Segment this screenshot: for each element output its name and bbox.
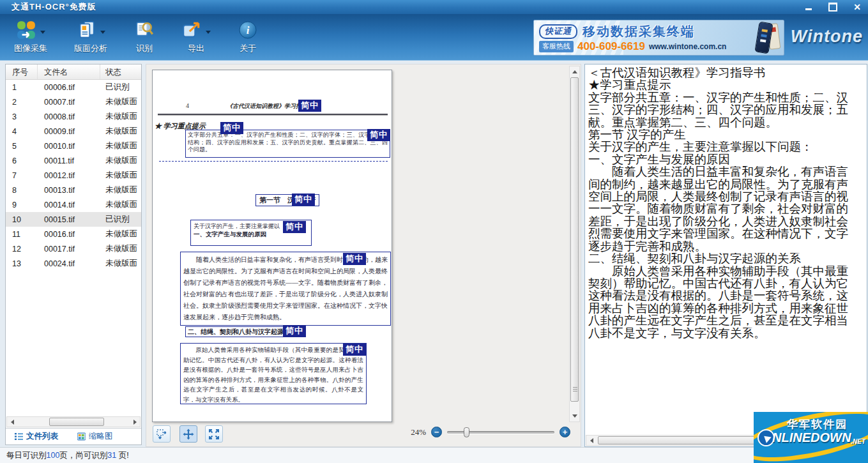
column-header-index[interactable]: 序号	[6, 65, 38, 79]
row-index: 3	[6, 112, 38, 121]
table-row[interactable]: 200007.tif未做版面	[6, 95, 141, 109]
zoom-slider-thumb[interactable]	[464, 427, 469, 437]
recognized-text-line: 三、汉字的字形结构；四、汉字的应用和发展；五	[588, 104, 865, 116]
table-row[interactable]: 100006.tif已识别	[6, 80, 141, 95]
file-name: 00014.tif	[38, 201, 100, 209]
recognized-text-line: 八卦不是文字，与文字没有关系。	[588, 328, 865, 340]
ocr-zone-language-badge: 简中	[283, 221, 306, 233]
file-list-hscrollbar[interactable]	[6, 416, 141, 427]
file-status: 未做版面	[100, 155, 141, 166]
row-index: 2	[6, 98, 38, 107]
onlinedown-watermark: 华军软件园 NLINEDOWN .NET	[754, 412, 868, 463]
page-number: 4	[186, 102, 189, 109]
file-status: 未做版面	[100, 199, 141, 210]
recognize-button[interactable]: 识别	[130, 18, 158, 56]
file-name: 00017.tif	[38, 245, 100, 254]
file-name: 00016.tif	[38, 230, 100, 239]
column-header-filename[interactable]: 文件名	[38, 65, 100, 79]
column-header-status[interactable]: 状态	[100, 65, 141, 79]
row-index: 11	[6, 230, 38, 239]
pan-tool-button[interactable]	[179, 425, 197, 443]
zoom-in-button[interactable]: +	[560, 427, 570, 437]
file-name: 00011.tif	[38, 156, 100, 165]
left-panel-tabbar: 文件列表 缩略图	[6, 428, 141, 444]
ocr-zone-language-badge: 简中	[292, 194, 315, 206]
about-button[interactable]: i 关于	[234, 18, 262, 56]
table-row[interactable]: 1300024.tif未做版面	[6, 256, 141, 271]
chevron-down-icon[interactable]	[206, 31, 211, 34]
brand-logo: 快证通	[539, 24, 577, 39]
scroll-up-icon[interactable]	[570, 67, 579, 77]
recognized-text-line: ★学习重点提示	[588, 79, 865, 91]
scroll-left-icon[interactable]	[586, 436, 597, 445]
status-text: 每日可识别100页，尚可识别31 页!	[6, 450, 129, 461]
table-row[interactable]: 400009.tif未做版面	[6, 124, 141, 139]
zoom-out-button[interactable]: −	[431, 427, 442, 437]
table-row[interactable]: 1000015.tif已识别	[6, 212, 141, 227]
recognized-text-line: ＜古代汉语知识教程》学习指导书	[588, 67, 865, 79]
scroll-down-icon[interactable]	[570, 411, 579, 421]
scroll-left-icon[interactable]	[7, 417, 17, 427]
recognized-text-line: 献。重点掌握第二、三、四个问题。	[588, 117, 865, 129]
file-name: 00013.tif	[38, 186, 100, 195]
website-url: www.wintone.com.cn	[649, 42, 727, 51]
row-index: 10	[6, 215, 38, 224]
image-capture-button[interactable]: 图像采集	[10, 18, 51, 56]
watermark-en-text: NLINEDOWN .NET	[758, 429, 865, 446]
file-name: 00008.tif	[38, 112, 100, 121]
zoom-slider[interactable]	[447, 431, 554, 434]
table-row[interactable]: 800013.tif未做版面	[6, 183, 141, 197]
chevron-down-icon[interactable]	[100, 31, 105, 34]
row-index: 1	[6, 83, 38, 92]
scroll-right-icon[interactable]	[130, 417, 140, 427]
zoom-control: 24% − +	[411, 427, 570, 437]
file-name: 00006.tif	[38, 83, 100, 92]
minimize-icon[interactable]	[804, 3, 813, 11]
recognized-text-line: 契刻）帮助记忆。中国古代还有八卦，有人认为它	[588, 278, 865, 290]
table-row[interactable]: 900014.tif未做版面	[6, 197, 141, 212]
remaining-quota-value: 31	[107, 451, 116, 460]
ocr-zone-language-badge: 简中	[220, 122, 243, 134]
recognized-text-line: 间的制约，越来越显出它的局限性。为了克服有声	[588, 179, 865, 191]
file-status: 已识别	[100, 82, 141, 93]
tab-file-list[interactable]: 文件列表	[15, 431, 58, 442]
tab-file-list-label: 文件列表	[26, 431, 58, 442]
ocr-zone-para4[interactable]: 原始人类曾采用各种实物辅助手段（其中最重要的是契刻）帮助记忆。中国古代还有八卦，…	[180, 343, 367, 404]
table-row[interactable]: 1200017.tif未做版面	[6, 241, 141, 256]
recognized-text-panel: ＜古代汉语知识教程》学习指导书★学习重点提示文字部分共五章：一、汉字的产生和性质…	[584, 64, 867, 447]
table-row[interactable]: 600011.tif未做版面	[6, 153, 141, 168]
daily-quota-value: 100	[47, 451, 60, 460]
select-region-icon	[156, 429, 167, 440]
vscroll-thumb[interactable]	[570, 77, 579, 402]
tab-thumbnails-label: 缩略图	[89, 431, 113, 442]
close-icon[interactable]: ✕	[853, 3, 862, 11]
table-row[interactable]: 1100016.tif未做版面	[6, 227, 141, 241]
ocr-zone-language-badge: 简中	[367, 129, 390, 141]
image-capture-label: 图像采集	[14, 43, 47, 54]
layout-analysis-icon	[76, 20, 96, 40]
preview-vscrollbar[interactable]	[569, 66, 580, 422]
select-region-button[interactable]	[153, 425, 171, 443]
file-status: 已识别	[100, 214, 141, 225]
fit-to-window-button[interactable]	[205, 425, 223, 443]
app-window: 文通TH-OCR°免费版 ✕ 图像采集	[0, 0, 868, 463]
table-row[interactable]: 500010.tif未做版面	[6, 139, 141, 153]
image-capture-icon	[16, 20, 36, 40]
export-button[interactable]: 导出	[178, 18, 215, 56]
tab-thumbnails[interactable]: 缩略图	[77, 431, 113, 442]
file-name: 00015.tif	[38, 215, 100, 224]
row-index: 6	[6, 156, 38, 165]
layout-analysis-button[interactable]: 版面分析	[70, 18, 111, 56]
table-row[interactable]: 300008.tif未做版面	[6, 109, 141, 124]
chevron-down-icon[interactable]	[40, 31, 45, 34]
file-list-rows: 100006.tif已识别200007.tif未做版面300008.tif未做版…	[6, 80, 141, 271]
hscroll-thumb[interactable]	[49, 418, 104, 426]
recognized-text-area[interactable]: ＜古代汉语知识教程》学习指导书★学习重点提示文字部分共五章：一、汉字的产生和性质…	[588, 67, 865, 432]
maximize-icon[interactable]	[828, 3, 837, 11]
ocr-zone-para1[interactable]: 文字部分共五章：一、汉字的产生和性质；二、汉字的字体；三、汉字的字形结构；四、汉…	[185, 130, 390, 158]
thumbnails-icon	[77, 432, 86, 441]
file-status: 未做版面	[100, 229, 141, 239]
export-icon	[181, 20, 202, 40]
about-label: 关于	[240, 43, 256, 54]
table-row[interactable]: 700012.tif未做版面	[6, 168, 141, 183]
